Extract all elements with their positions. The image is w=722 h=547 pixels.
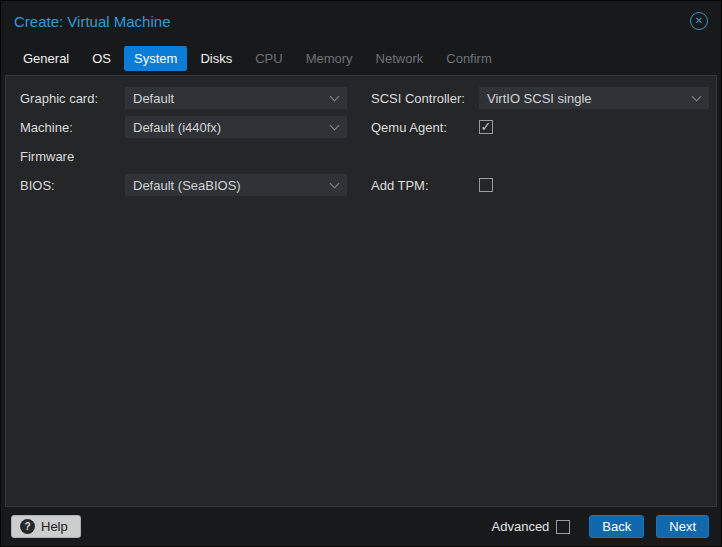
graphic-card-row: Graphic card: Default — [15, 87, 347, 109]
chevron-down-icon — [692, 92, 702, 102]
system-form-panel: Graphic card: Default Machine: Default (… — [5, 75, 717, 507]
tab-os[interactable]: OS — [82, 46, 121, 71]
qemu-agent-row: Qemu Agent: — [371, 116, 709, 138]
chevron-down-icon — [330, 92, 340, 102]
qemu-agent-label: Qemu Agent: — [371, 120, 479, 135]
spacer-row — [371, 145, 709, 167]
tab-memory: Memory — [296, 46, 363, 71]
graphic-card-label: Graphic card: — [15, 91, 125, 106]
tab-general[interactable]: General — [13, 46, 79, 71]
wizard-tab-bar: General OS System Disks CPU Memory Netwo… — [1, 41, 721, 75]
bios-label: BIOS: — [15, 178, 125, 193]
footer-actions: Advanced Back Next — [492, 515, 709, 538]
machine-value: Default (i440fx) — [133, 120, 221, 135]
machine-row: Machine: Default (i440fx) — [15, 116, 347, 138]
close-icon[interactable] — [690, 12, 708, 30]
advanced-checkbox[interactable] — [556, 520, 570, 534]
question-circle-icon — [20, 519, 35, 534]
scsi-controller-select[interactable]: VirtIO SCSI single — [479, 87, 709, 109]
graphic-card-value: Default — [133, 91, 174, 106]
tab-system[interactable]: System — [124, 46, 187, 71]
dialog-titlebar: Create: Virtual Machine — [1, 1, 721, 41]
add-tpm-checkbox[interactable] — [479, 178, 493, 192]
machine-select[interactable]: Default (i440fx) — [125, 116, 347, 138]
tab-disks[interactable]: Disks — [190, 46, 242, 71]
chevron-down-icon — [330, 179, 340, 189]
dialog-title: Create: Virtual Machine — [14, 13, 170, 30]
next-button[interactable]: Next — [656, 515, 709, 538]
add-tpm-label: Add TPM: — [371, 178, 479, 193]
qemu-agent-checkbox[interactable] — [479, 120, 493, 134]
bios-row: BIOS: Default (SeaBIOS) — [15, 174, 347, 196]
scsi-controller-row: SCSI Controller: VirtIO SCSI single — [371, 87, 709, 109]
tab-network: Network — [366, 46, 434, 71]
back-button[interactable]: Back — [589, 515, 644, 538]
add-tpm-row: Add TPM: — [371, 174, 709, 196]
form-column-left: Graphic card: Default Machine: Default (… — [15, 87, 347, 203]
help-button[interactable]: Help — [11, 515, 81, 538]
create-vm-dialog: Create: Virtual Machine General OS Syste… — [0, 0, 722, 547]
chevron-down-icon — [330, 121, 340, 131]
tab-cpu: CPU — [245, 46, 292, 71]
help-button-label: Help — [41, 519, 68, 534]
bios-value: Default (SeaBIOS) — [133, 178, 241, 193]
scsi-controller-value: VirtIO SCSI single — [487, 91, 592, 106]
firmware-row: Firmware — [15, 145, 347, 167]
scsi-controller-label: SCSI Controller: — [371, 91, 479, 106]
dialog-footer: Help Advanced Back Next — [1, 507, 721, 546]
advanced-label: Advanced — [492, 519, 550, 534]
machine-label: Machine: — [15, 120, 125, 135]
form-column-right: SCSI Controller: VirtIO SCSI single Qemu… — [371, 87, 709, 203]
tab-confirm: Confirm — [436, 46, 502, 71]
graphic-card-select[interactable]: Default — [125, 87, 347, 109]
bios-select[interactable]: Default (SeaBIOS) — [125, 174, 347, 196]
firmware-section-label: Firmware — [15, 149, 125, 164]
